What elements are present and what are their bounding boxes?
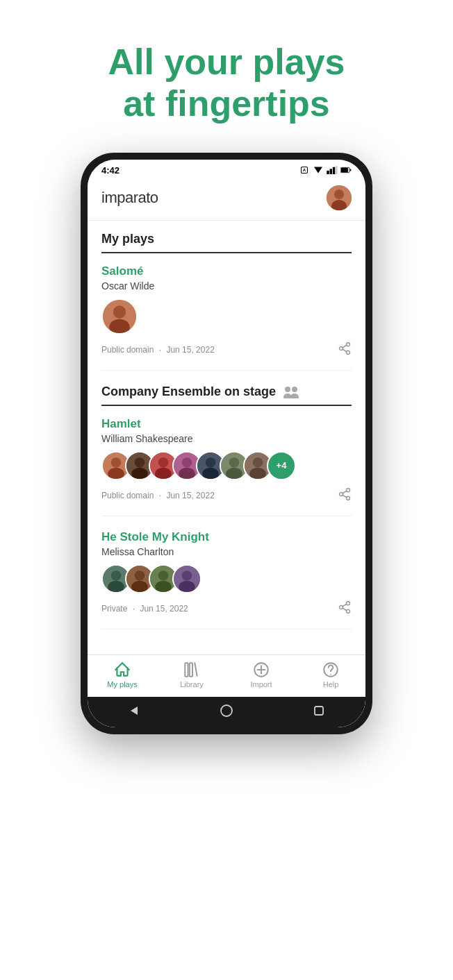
nav-item-library[interactable]: Library: [157, 661, 226, 688]
share-icon-knight-svg: [338, 600, 352, 614]
svg-point-64: [340, 605, 343, 609]
play-item-knight[interactable]: He Stole My Knight Melissa Charlton: [101, 530, 352, 630]
svg-line-66: [343, 604, 347, 607]
svg-point-41: [229, 457, 239, 467]
section-my-plays: My plays Salomé Oscar Wilde: [101, 232, 352, 371]
svg-rect-68: [185, 663, 188, 677]
nav-item-my-plays[interactable]: My plays: [88, 661, 157, 688]
svg-line-50: [343, 495, 347, 498]
play-meta-knight: Private · Jun 15, 2022: [101, 600, 352, 630]
hero-section: All your plays at fingertips: [67, 42, 387, 125]
section-company-ensemble: Company Ensemble on stage Hamlet William…: [101, 385, 352, 630]
svg-rect-6: [336, 166, 338, 174]
svg-point-24: [290, 394, 299, 398]
play-item-salome[interactable]: Salomé Oscar Wilde Publ: [101, 264, 352, 371]
play-license-hamlet: Public domain · Jun 15, 2022: [101, 491, 215, 500]
avatar-image: [327, 185, 352, 210]
svg-point-27: [108, 467, 124, 480]
hero-line1: All your plays: [108, 42, 345, 82]
play-license-salome: Public domain · Jun 15, 2022: [101, 345, 215, 355]
avatar-knight-4: [172, 564, 201, 593]
svg-point-26: [111, 457, 121, 467]
play-author-salome: Oscar Wilde: [101, 280, 352, 292]
svg-point-18: [347, 350, 350, 354]
svg-point-76: [221, 705, 232, 716]
svg-point-56: [131, 580, 148, 593]
avatar-salome-1: [101, 298, 138, 335]
svg-rect-69: [190, 663, 192, 677]
svg-point-74: [330, 673, 331, 675]
help-icon: [322, 661, 340, 679]
svg-point-17: [340, 346, 343, 350]
play-meta-salome: Public domain · Jun 15, 2022: [101, 341, 352, 371]
nav-label-help: Help: [323, 680, 339, 688]
user-avatar[interactable]: [327, 185, 352, 210]
svg-point-65: [347, 609, 350, 613]
svg-point-29: [135, 457, 145, 467]
svg-point-35: [182, 457, 192, 467]
status-bar: 4:42 A: [88, 160, 365, 178]
nav-label-my-plays: My plays: [107, 680, 137, 688]
share-icon-svg: [338, 341, 352, 355]
svg-point-33: [155, 467, 172, 480]
bars-icon: [327, 166, 338, 174]
share-button-salome[interactable]: [338, 341, 352, 359]
status-icons: A: [299, 166, 352, 174]
svg-point-39: [202, 467, 219, 480]
play-title-salome: Salomé: [101, 264, 352, 278]
svg-point-32: [158, 457, 168, 467]
svg-point-62: [179, 580, 195, 593]
svg-point-52: [111, 571, 121, 580]
share-button-hamlet[interactable]: [338, 487, 352, 505]
svg-point-53: [108, 580, 124, 593]
people-icon: [281, 385, 301, 398]
svg-marker-75: [131, 707, 138, 715]
phone-frame: 4:42 A: [81, 153, 372, 734]
svg-point-46: [347, 488, 350, 491]
nav-item-help[interactable]: Help: [296, 661, 365, 688]
system-nav-bar: [88, 697, 365, 727]
import-icon: [252, 661, 270, 679]
share-icon-hamlet-svg: [338, 487, 352, 501]
svg-line-49: [343, 491, 347, 493]
signal-icon: [313, 166, 324, 174]
avatar-hamlet-more: +4: [267, 451, 296, 480]
svg-point-42: [226, 467, 242, 480]
svg-text:A: A: [303, 168, 306, 172]
svg-line-20: [343, 349, 347, 352]
svg-rect-9: [350, 169, 351, 171]
avatar-svg: [103, 298, 136, 335]
recents-button[interactable]: [312, 704, 326, 718]
bottom-nav: My plays Library Import: [88, 654, 365, 697]
play-title-knight: He Stole My Knight: [101, 530, 352, 544]
avatar-row-salome: [101, 298, 352, 335]
svg-point-11: [334, 189, 344, 199]
app-header: imparato: [88, 178, 365, 221]
svg-line-67: [343, 608, 347, 611]
status-time: 4:42: [101, 165, 120, 176]
library-icon: [183, 661, 201, 679]
notification-a-icon: A: [299, 166, 310, 174]
play-author-knight: Melissa Charlton: [101, 546, 352, 557]
svg-rect-77: [315, 707, 323, 715]
svg-point-21: [285, 387, 290, 392]
svg-point-45: [249, 467, 266, 480]
home-button[interactable]: [220, 704, 233, 718]
svg-point-59: [155, 580, 172, 593]
svg-point-44: [253, 457, 263, 467]
play-meta-hamlet: Public domain · Jun 15, 2022: [101, 487, 352, 516]
svg-rect-5: [333, 167, 335, 174]
square-icon: [312, 704, 326, 718]
group-header-ensemble: Company Ensemble on stage: [101, 385, 352, 406]
svg-point-30: [131, 467, 148, 480]
svg-point-47: [340, 492, 343, 496]
play-title-hamlet: Hamlet: [101, 417, 352, 431]
battery-icon: [340, 166, 352, 174]
share-button-knight[interactable]: [338, 600, 352, 618]
svg-point-23: [292, 387, 297, 392]
nav-item-import[interactable]: Import: [226, 661, 296, 688]
section-title-my-plays: My plays: [101, 232, 352, 253]
play-item-hamlet[interactable]: Hamlet William Shakespeare: [101, 417, 352, 516]
hero-line2: at fingertips: [123, 83, 330, 124]
back-button[interactable]: [127, 704, 141, 718]
